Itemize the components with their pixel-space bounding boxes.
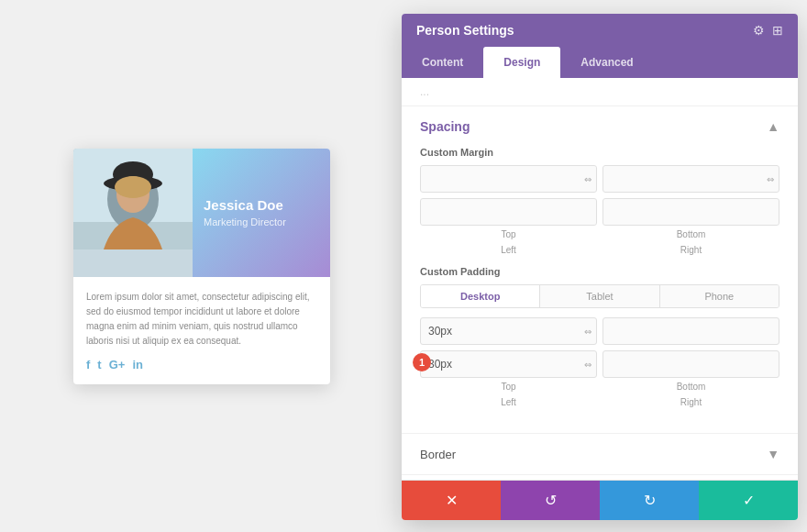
section-border: Border ▼ xyxy=(402,434,798,475)
padding-top-input[interactable] xyxy=(420,317,597,345)
layout-icon[interactable]: ⊞ xyxy=(772,23,783,38)
redo-button[interactable]: ↻ xyxy=(600,481,699,520)
section-spacing-title: Spacing xyxy=(420,119,470,134)
padding-top-label: Top xyxy=(420,382,597,392)
margin-inputs: ⇔ ⇔ xyxy=(420,165,779,226)
section-spacing-header[interactable]: Spacing ▲ xyxy=(402,106,798,147)
settings-icon[interactable]: ⚙ xyxy=(753,23,765,38)
person-name: Jessica Doe xyxy=(204,197,319,213)
tab-advanced[interactable]: Advanced xyxy=(560,47,653,78)
device-tab-tablet[interactable]: Tablet xyxy=(540,285,659,307)
settings-panel: Person Settings ⚙ ⊞ Content Design Advan… xyxy=(402,14,798,520)
person-info: Jessica Doe Marketing Director xyxy=(193,149,330,277)
panel-footer: ✕ ↺ ↻ ✓ xyxy=(402,480,798,520)
padding-right-wrapper xyxy=(602,350,779,378)
padding-bottom-wrapper xyxy=(602,317,779,345)
margin-top-input[interactable] xyxy=(420,165,597,193)
device-tabs: Desktop Tablet Phone xyxy=(420,284,779,308)
tab-content[interactable]: Content xyxy=(402,47,483,78)
padding-left-wrapper: ⇔ xyxy=(420,350,597,378)
person-title: Marketing Director xyxy=(204,216,319,227)
step-badge: 1 xyxy=(413,353,431,371)
svg-rect-7 xyxy=(73,249,193,277)
custom-padding-label: Custom Padding xyxy=(420,266,779,277)
preview-area: Jessica Doe Marketing Director Lorem ips… xyxy=(0,0,404,532)
margin-left-input[interactable] xyxy=(420,198,597,226)
margin-bottom-input[interactable] xyxy=(602,165,779,193)
social-icons: f t G+ in xyxy=(86,358,317,371)
tab-design[interactable]: Design xyxy=(483,47,560,78)
person-body: Lorem ipsum dolor sit amet, consectetur … xyxy=(73,277,330,384)
custom-margin-label: Custom Margin xyxy=(420,147,779,158)
panel-header: Person Settings ⚙ ⊞ xyxy=(402,14,798,47)
padding-inputs: 1 ⇔ ⇔ xyxy=(420,317,779,407)
person-image xyxy=(73,149,193,277)
padding-bottom-input[interactable] xyxy=(602,317,779,345)
border-expand-icon[interactable]: ▼ xyxy=(767,447,779,461)
cancel-button[interactable]: ✕ xyxy=(402,481,501,520)
person-bio: Lorem ipsum dolor sit amet, consectetur … xyxy=(86,290,317,349)
padding-right-label: Right xyxy=(602,397,779,407)
section-border-title: Border xyxy=(420,448,456,461)
top-partial-content: ... xyxy=(402,78,798,106)
margin-top-label: Top xyxy=(420,229,597,239)
panel-body[interactable]: ... Spacing ▲ Custom Margin ⇔ ⇔ xyxy=(402,78,798,480)
padding-top-link-icon: ⇔ xyxy=(584,327,591,337)
svg-point-6 xyxy=(115,176,151,198)
social-twitter[interactable]: t xyxy=(97,358,101,371)
margin-right-input[interactable] xyxy=(602,198,779,226)
padding-bottom-label: Bottom xyxy=(602,382,779,392)
person-card: Jessica Doe Marketing Director Lorem ips… xyxy=(73,149,330,384)
tabs: Content Design Advanced xyxy=(402,47,798,78)
padding-right-input[interactable] xyxy=(602,350,779,378)
margin-top-link-icon: ⇔ xyxy=(584,174,591,184)
margin-bottom-wrapper: ⇔ xyxy=(602,165,779,193)
margin-top-wrapper: ⇔ xyxy=(420,165,597,193)
device-tab-desktop[interactable]: Desktop xyxy=(421,285,540,307)
save-button[interactable]: ✓ xyxy=(699,481,798,520)
padding-left-label: Left xyxy=(420,397,597,407)
margin-right-wrapper xyxy=(602,198,779,226)
section-spacing: Spacing ▲ Custom Margin ⇔ ⇔ xyxy=(402,106,798,434)
margin-bottom-link-icon: ⇔ xyxy=(767,174,774,184)
section-spacing-content: Custom Margin ⇔ ⇔ xyxy=(402,147,798,433)
margin-left-label: Left xyxy=(420,245,597,255)
padding-grid: ⇔ ⇔ xyxy=(420,317,779,378)
padding-top-wrapper: ⇔ xyxy=(420,317,597,345)
panel-header-icons: ⚙ ⊞ xyxy=(753,23,783,38)
margin-labels: Top Bottom Left Right xyxy=(420,229,779,255)
margin-bottom-label: Bottom xyxy=(602,229,779,239)
social-gplus[interactable]: G+ xyxy=(109,358,126,371)
padding-left-link-icon: ⇔ xyxy=(584,360,591,370)
section-border-header[interactable]: Border ▼ xyxy=(402,434,798,474)
social-linkedin[interactable]: in xyxy=(132,358,143,371)
social-facebook[interactable]: f xyxy=(86,358,90,371)
person-card-top: Jessica Doe Marketing Director xyxy=(73,149,330,277)
device-tab-phone[interactable]: Phone xyxy=(660,285,779,307)
spacing-collapse-icon[interactable]: ▲ xyxy=(767,119,779,134)
panel-title: Person Settings xyxy=(416,23,514,38)
margin-left-wrapper xyxy=(420,198,597,226)
padding-labels: Top Bottom Left Right xyxy=(420,382,779,407)
margin-right-label: Right xyxy=(602,245,779,255)
padding-left-input[interactable] xyxy=(420,350,597,378)
undo-button[interactable]: ↺ xyxy=(501,481,600,520)
